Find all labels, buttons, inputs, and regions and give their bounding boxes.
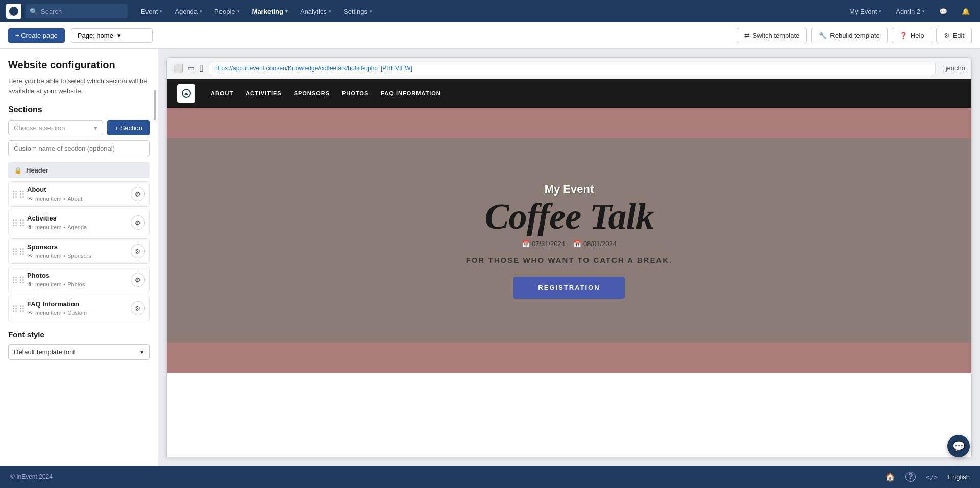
section-item-about: About 👁 menu item • About ⚙ — [8, 181, 150, 207]
app-logo[interactable] — [6, 4, 21, 19]
tablet-view-icon[interactable]: ▭ — [187, 63, 195, 73]
section-about-meta-value: About — [67, 196, 82, 202]
section-photos-name: Photos — [27, 272, 128, 279]
edit-icon: ⚙ — [944, 32, 950, 39]
section-item-photos: Photos 👁 menu item • Photos ⚙ — [8, 267, 150, 292]
help-label: Help — [911, 32, 924, 39]
event-name-label: My Event — [849, 8, 877, 15]
section-item-activities: Activities 👁 menu item • Agenda ⚙ — [8, 210, 150, 235]
site-nav-sponsors[interactable]: SPONSORS — [294, 90, 330, 96]
desktop-view-icon[interactable]: ⬜ — [173, 63, 183, 73]
chevron-down-icon: ▾ — [237, 9, 240, 14]
switch-template-button[interactable]: ⇄ Switch template — [737, 28, 807, 43]
url-text: https://app.inevent.com/en/Knowledge/cof… — [214, 65, 378, 72]
site-logo — [177, 84, 195, 103]
section-photos-gear-button[interactable]: ⚙ — [131, 273, 145, 287]
font-style-dropdown[interactable]: Default template font ▾ — [8, 344, 150, 360]
font-style-heading: Font style — [8, 330, 150, 339]
hero-date-end: 📅 08/01/2024 — [573, 240, 617, 248]
chevron-down-icon: ▾ — [922, 9, 925, 14]
drag-handle-2[interactable] — [20, 191, 24, 198]
browser-name-label: jericho — [946, 64, 965, 72]
rebuild-template-button[interactable]: 🔧 Rebuild template — [811, 28, 888, 43]
preview-area: ⬜ ▭ ▯ https://app.inevent.com/en/Knowled… — [158, 49, 980, 466]
eye-icon: 👁 — [27, 252, 33, 259]
drag-handle[interactable] — [13, 248, 17, 255]
section-about-gear-button[interactable]: ⚙ — [131, 187, 145, 201]
eye-icon: 👁 — [27, 224, 33, 231]
nav-item-agenda[interactable]: Agenda ▾ — [169, 6, 207, 17]
lock-icon: 🔒 — [14, 167, 22, 174]
hero-section: My Event Coffee Talk 📅 07/31/2024 📅 — [167, 108, 971, 373]
home-icon[interactable]: 🏠 — [885, 472, 895, 482]
nav-item-event[interactable]: Event ▾ — [136, 6, 167, 17]
hero-event-name: My Event — [466, 183, 672, 196]
nav-right: My Event ▾ Admin 2 ▾ 💬 🔔 — [845, 6, 974, 17]
section-sponsors-gear-button[interactable]: ⚙ — [131, 244, 145, 258]
chat-icon-button[interactable]: 💬 — [935, 6, 951, 17]
section-activities-meta: 👁 menu item • Agenda — [27, 224, 128, 231]
help-button[interactable]: ❓ Help — [892, 28, 932, 43]
add-section-row: Choose a section ▾ + Section — [8, 120, 150, 135]
site-nav-activities[interactable]: ACTIVITIES — [246, 90, 282, 96]
create-page-button[interactable]: + Create page — [8, 28, 65, 43]
section-about-meta: 👁 menu item • About — [27, 195, 128, 202]
edit-button[interactable]: ⚙ Edit — [936, 28, 972, 43]
notification-bell[interactable]: 🔔 — [958, 6, 974, 17]
drag-handle[interactable] — [13, 305, 17, 312]
custom-name-input[interactable] — [8, 140, 150, 156]
nav-item-people[interactable]: People ▾ — [209, 6, 244, 17]
top-navigation: 🔍 Search Event ▾ Agenda ▾ People ▾ Marke… — [0, 0, 980, 22]
section-about-name: About — [27, 186, 128, 193]
chat-bubble-icon: 💬 — [952, 440, 965, 452]
chat-bubble-button[interactable]: 💬 — [947, 435, 970, 457]
section-activities-gear-button[interactable]: ⚙ — [131, 215, 145, 230]
drag-handle-2[interactable] — [20, 248, 24, 255]
eye-icon: 👁 — [27, 281, 33, 288]
event-selector[interactable]: My Event ▾ — [845, 6, 886, 17]
drag-handle-2[interactable] — [20, 219, 24, 226]
create-page-label: + Create page — [15, 32, 58, 39]
add-section-button[interactable]: + Section — [107, 120, 150, 135]
drag-handle[interactable] — [13, 277, 17, 283]
section-activities-content: Activities 👁 menu item • Agenda — [27, 214, 128, 231]
add-section-label: + Section — [114, 124, 142, 132]
hero-date-start: 📅 07/31/2024 — [522, 240, 565, 248]
search-box[interactable]: 🔍 Search — [26, 4, 128, 18]
drag-handle[interactable] — [13, 219, 17, 226]
url-bar: https://app.inevent.com/en/Knowledge/cof… — [209, 62, 936, 75]
mobile-view-icon[interactable]: ▯ — [199, 63, 204, 73]
section-activities-name: Activities — [27, 214, 128, 222]
nav-item-marketing[interactable]: Marketing ▾ — [247, 6, 293, 17]
nav-item-analytics[interactable]: Analytics ▾ — [295, 6, 336, 17]
drag-handle-2[interactable] — [20, 277, 24, 283]
chevron-down-icon: ▾ — [285, 9, 288, 14]
page-toolbar: + Create page Page: home ▾ ⇄ Switch temp… — [0, 22, 980, 49]
section-faq-gear-button[interactable]: ⚙ — [131, 301, 145, 315]
site-nav-photos[interactable]: PHOTOS — [342, 90, 369, 96]
section-faq-content: FAQ Information 👁 menu item • Custom — [27, 300, 128, 316]
nav-item-settings[interactable]: Settings ▾ — [338, 6, 377, 17]
drag-handle[interactable] — [13, 191, 17, 198]
hero-register-button[interactable]: REGISTRATION — [513, 277, 624, 299]
main-content: Website configuration Here you be able t… — [0, 49, 980, 466]
copyright-text: © InEvent 2024 — [10, 473, 53, 480]
rebuild-icon: 🔧 — [819, 32, 827, 39]
code-icon[interactable]: </> — [926, 473, 938, 481]
hero-title: Coffee Talk — [466, 198, 672, 235]
section-faq-name: FAQ Information — [27, 300, 128, 308]
choose-section-placeholder: Choose a section — [14, 124, 65, 132]
left-configuration-panel: Website configuration Here you be able t… — [0, 49, 158, 466]
hero-dates: 📅 07/31/2024 📅 08/01/2024 — [466, 240, 672, 248]
browser-view-icons: ⬜ ▭ ▯ — [173, 63, 204, 73]
admin-selector[interactable]: Admin 2 ▾ — [892, 6, 929, 17]
choose-section-dropdown[interactable]: Choose a section ▾ — [8, 120, 103, 135]
chevron-down-icon: ▾ — [140, 348, 144, 356]
site-nav-about[interactable]: ABOUT — [211, 90, 233, 96]
preview-link[interactable]: [PREVIEW] — [381, 65, 412, 72]
language-selector[interactable]: English — [948, 473, 970, 481]
help-icon[interactable]: ? — [905, 472, 916, 482]
page-selector-dropdown[interactable]: Page: home ▾ — [71, 28, 153, 43]
drag-handle-2[interactable] — [20, 305, 24, 312]
site-nav-faq[interactable]: FAQ INFORMATION — [381, 90, 440, 96]
